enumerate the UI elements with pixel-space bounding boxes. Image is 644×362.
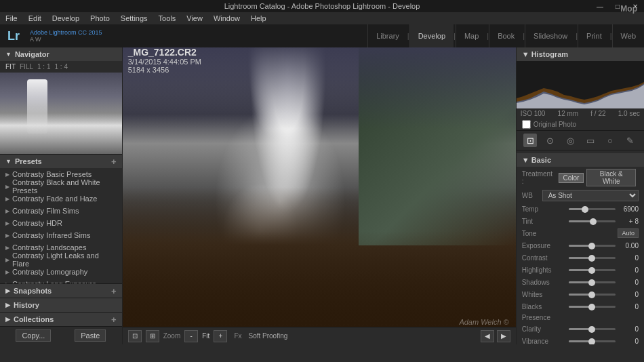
original-photo-checkbox[interactable] bbox=[522, 120, 531, 129]
tool-strip: ⊡ ⊙ ◎ ▭ ○ ✎ bbox=[517, 131, 644, 150]
menu-settings[interactable]: Settings bbox=[115, 12, 153, 24]
whites-thumb[interactable] bbox=[588, 291, 595, 298]
zoom-label: Zoom bbox=[163, 332, 181, 340]
radial-filter-tool[interactable]: ○ bbox=[603, 134, 617, 147]
preset-group-lightleaks[interactable]: ▶Contrasty Light Leaks and Flare bbox=[0, 254, 122, 266]
redeye-tool[interactable]: ◎ bbox=[563, 134, 577, 147]
module-map[interactable]: Map bbox=[456, 24, 487, 47]
contrast-track[interactable] bbox=[569, 257, 616, 259]
crop-tool[interactable]: ⊡ bbox=[523, 134, 537, 147]
whites-track[interactable] bbox=[569, 294, 616, 296]
vibrance-slider-row: Vibrance 0 bbox=[517, 335, 644, 344]
basic-section: ▼ Basic Treatment : Color Black & White … bbox=[517, 150, 644, 344]
clarity-value: 0 bbox=[618, 325, 639, 333]
auto-button[interactable]: Auto bbox=[618, 228, 639, 238]
wb-select[interactable]: As Shot Auto Daylight Cloudy Shade Tungs… bbox=[542, 190, 639, 201]
tint-thumb[interactable] bbox=[590, 218, 597, 225]
menu-window[interactable]: Window bbox=[208, 12, 245, 24]
module-book[interactable]: Book bbox=[489, 24, 523, 47]
blacks-track[interactable] bbox=[569, 306, 616, 308]
menu-file[interactable]: File bbox=[0, 12, 23, 24]
contrast-thumb[interactable] bbox=[588, 255, 595, 262]
menu-photo[interactable]: Photo bbox=[85, 12, 115, 24]
module-web[interactable]: Web bbox=[612, 24, 644, 47]
copy-button[interactable]: Copy... bbox=[16, 329, 51, 342]
navigator-header[interactable]: ▼ Navigator bbox=[0, 47, 122, 61]
shadows-label: Shadows bbox=[522, 279, 566, 286]
menu-edit[interactable]: Edit bbox=[23, 12, 47, 24]
clarity-track[interactable] bbox=[569, 328, 616, 330]
blacks-thumb[interactable] bbox=[588, 304, 595, 310]
prev-image-button[interactable]: ◀ bbox=[481, 330, 494, 342]
histogram-header[interactable]: ▼ Histogram Mop bbox=[517, 47, 644, 61]
tone-label: Tone bbox=[522, 230, 537, 237]
histogram-canvas bbox=[517, 61, 644, 108]
preset-group-infrared[interactable]: ▶Contrasty Infrared Sims bbox=[0, 229, 122, 241]
shadows-thumb[interactable] bbox=[588, 279, 595, 286]
highlights-track[interactable] bbox=[569, 269, 616, 271]
tint-track[interactable] bbox=[569, 220, 616, 222]
vibrance-track[interactable] bbox=[569, 340, 616, 342]
whites-label: Whites bbox=[522, 291, 566, 298]
module-print[interactable]: Print bbox=[578, 24, 610, 47]
ground-layer bbox=[123, 231, 516, 327]
presets-section: ▼ Presets + ▶Contrasty Basic Presets ▶Co… bbox=[0, 155, 122, 283]
vibrance-thumb[interactable] bbox=[588, 338, 595, 345]
clarity-thumb[interactable] bbox=[588, 326, 595, 333]
paste-button[interactable]: Paste bbox=[75, 329, 106, 342]
nav-zoom-controls: FIT FILL 1 : 1 1 : 4 bbox=[0, 61, 122, 73]
graduated-filter-tool[interactable]: ▭ bbox=[584, 134, 597, 147]
highlights-thumb[interactable] bbox=[588, 267, 595, 274]
shadows-track[interactable] bbox=[569, 281, 616, 283]
zoom-1to1[interactable]: 1 : 1 bbox=[37, 63, 50, 71]
bottom-toolbar: ⊡ ⊞ Zoom - Fit + Fx Soft Proofing ◀ ▶ bbox=[123, 327, 516, 344]
snapshots-arrow: ▶ bbox=[5, 287, 10, 294]
menu-tools[interactable]: Tools bbox=[153, 12, 182, 24]
preset-group-contrasty-bw[interactable]: ▶Contrasty Black and White Presets bbox=[0, 180, 122, 193]
module-library[interactable]: Library bbox=[367, 24, 407, 47]
hist-iso: ISO 100 bbox=[521, 110, 546, 117]
history-header[interactable]: ▶ History bbox=[0, 298, 122, 312]
spot-removal-tool[interactable]: ⊙ bbox=[544, 134, 557, 147]
preset-group-film-sims[interactable]: ▶Contrasty Film Sims bbox=[0, 205, 122, 217]
basic-header[interactable]: ▼ Basic bbox=[517, 153, 644, 167]
zoom-ratio[interactable]: 1 : 4 bbox=[54, 63, 67, 71]
tone-label-row: Tone Auto bbox=[517, 227, 644, 239]
snapshots-header[interactable]: ▶ Snapshots + bbox=[0, 284, 122, 298]
menu-help[interactable]: Help bbox=[245, 12, 272, 24]
minimize-button[interactable]: — bbox=[591, 0, 609, 12]
treatment-bw[interactable]: Black & White bbox=[586, 169, 636, 186]
zoom-fit[interactable]: FIT bbox=[5, 63, 16, 71]
view-mode-single[interactable]: ⊡ bbox=[128, 330, 142, 342]
module-slideshow[interactable]: Slideshow bbox=[525, 24, 576, 47]
original-photo-row: Original Photo bbox=[517, 119, 644, 130]
temp-value: 6900 bbox=[618, 205, 639, 213]
temp-thumb[interactable] bbox=[582, 206, 588, 213]
menu-view[interactable]: View bbox=[181, 12, 208, 24]
treatment-row: Treatment : Color Black & White bbox=[517, 167, 644, 188]
preset-group-longexposure[interactable]: ▶Contrasty Long Exposure bbox=[0, 278, 122, 283]
zoom-out-button[interactable]: - bbox=[184, 330, 198, 342]
exposure-thumb[interactable] bbox=[588, 243, 595, 249]
left-panel: ▼ Navigator FIT FILL 1 : 1 1 : 4 ▼ Prese… bbox=[0, 47, 123, 344]
view-mode-compare[interactable]: ⊞ bbox=[146, 330, 159, 342]
temp-track[interactable] bbox=[569, 208, 616, 210]
exposure-track[interactable] bbox=[569, 245, 616, 247]
adjustment-brush-tool[interactable]: ✎ bbox=[623, 134, 637, 147]
image-area: _MG_7122.CR2 3/14/2015 4:44:05 PM 5184 x… bbox=[123, 47, 516, 327]
menu-develop[interactable]: Develop bbox=[47, 12, 85, 24]
treatment-color[interactable]: Color bbox=[559, 173, 584, 183]
navigator-label: Navigator bbox=[15, 50, 49, 58]
history-arrow: ▶ bbox=[5, 302, 10, 308]
module-develop[interactable]: Develop bbox=[409, 24, 454, 47]
preset-group-hdr[interactable]: ▶Contrasty HDR bbox=[0, 217, 122, 229]
collections-header[interactable]: ▶ Collections + bbox=[0, 313, 122, 326]
right-toolbar-area: ◀ ▶ bbox=[481, 330, 510, 342]
right-panel: ▼ Histogram Mop bbox=[516, 47, 644, 344]
zoom-in-button[interactable]: + bbox=[214, 330, 227, 342]
histogram-graph bbox=[517, 61, 644, 108]
zoom-fill[interactable]: FILL bbox=[20, 63, 33, 71]
snapshots-section: ▶ Snapshots + bbox=[0, 283, 122, 298]
presets-header[interactable]: ▼ Presets + bbox=[0, 155, 122, 168]
next-image-button[interactable]: ▶ bbox=[497, 330, 510, 342]
